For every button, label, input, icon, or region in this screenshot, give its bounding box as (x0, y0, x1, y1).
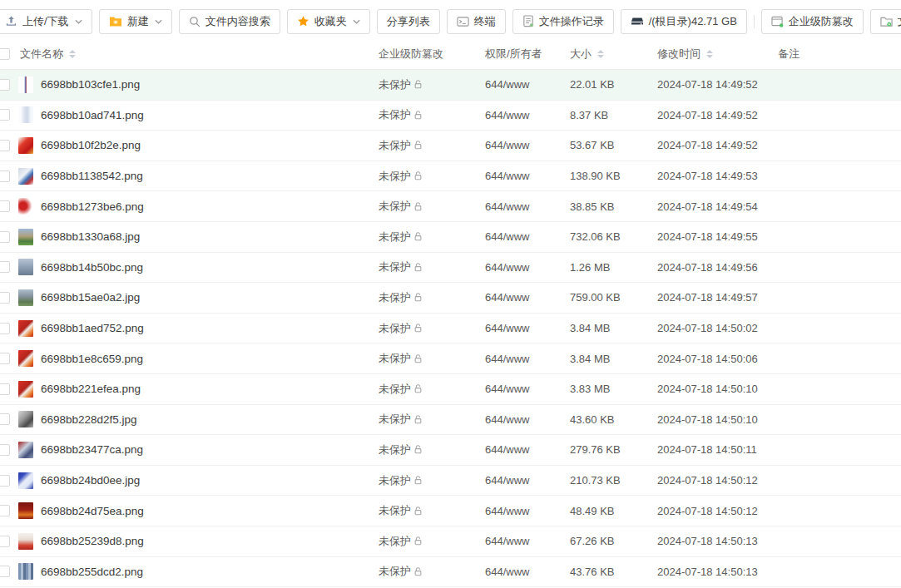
file-thumbnail (18, 411, 33, 427)
table-row[interactable]: 6698bb1e8c659.png 未保护 644/www 3.84 MB 20… (0, 343, 901, 374)
file-name[interactable]: 6698bb10f2b2e.png (41, 139, 141, 151)
table-row[interactable]: 6698bb1273be6.png 未保护 644/www 38.85 KB 2… (0, 191, 901, 222)
sort-size-icon[interactable] (597, 50, 604, 58)
row-checkbox[interactable] (0, 170, 10, 182)
table-row[interactable]: 6698bb221efea.png 未保护 644/www 3.83 MB 20… (0, 374, 901, 405)
file-name[interactable]: 6698bb1138542.png (41, 170, 143, 182)
file-name[interactable]: 6698bb255dcd2.png (41, 566, 143, 578)
table-row[interactable]: 6698bb255dcd2.png 未保护 644/www 43.76 KB 2… (0, 557, 901, 588)
sort-time-icon[interactable] (706, 50, 713, 58)
unlock-icon (413, 353, 423, 364)
file-name[interactable]: 6698bb1e8c659.png (41, 353, 143, 365)
tamper-status: 未保护 (379, 564, 411, 579)
row-checkbox[interactable] (0, 383, 10, 395)
tamper-proof-button[interactable]: 企业级防篡改 (761, 9, 864, 34)
permission-owner: 644/www (485, 230, 529, 243)
row-checkbox[interactable] (0, 566, 10, 577)
modified-time: 2024-07-18 14:50:13 (657, 535, 758, 547)
file-log-button[interactable]: 文件操作记录 (512, 9, 614, 34)
upload-icon (5, 15, 17, 27)
modified-time: 2024-07-18 14:49:52 (657, 139, 758, 151)
row-checkbox[interactable] (0, 536, 10, 547)
table-row[interactable]: 6698bb10ad741.png 未保护 644/www 8.37 KB 20… (0, 101, 901, 131)
header-note: 备注 (778, 47, 800, 60)
file-thumbnail (18, 106, 33, 123)
unlock-icon (413, 292, 423, 303)
permission-owner: 644/www (485, 474, 529, 487)
row-checkbox[interactable] (0, 505, 10, 516)
disk-root-button[interactable]: /(根目录)42.71 GB (621, 9, 747, 34)
file-name[interactable]: 6698bb103cfe1.png (41, 78, 140, 91)
file-size: 22.01 KB (570, 78, 615, 91)
modified-time: 2024-07-18 14:50:11 (657, 443, 757, 456)
file-sync-button[interactable]: 文件同步 (870, 9, 901, 34)
file-name[interactable]: 6698bb15ae0a2.jpg (41, 291, 140, 304)
header-size: 大小 (570, 47, 592, 62)
row-checkbox[interactable] (0, 413, 10, 425)
row-checkbox[interactable] (0, 109, 10, 121)
file-thumbnail (18, 137, 33, 154)
file-name[interactable]: 6698bb24d75ea.png (41, 505, 144, 517)
file-thumbnail (18, 229, 33, 245)
file-thumbnail (18, 320, 33, 337)
unlock-icon (413, 444, 423, 455)
file-name[interactable]: 6698bb10ad741.png (41, 109, 144, 121)
row-checkbox[interactable] (0, 323, 10, 334)
header-permission-owner: 权限/所有者 (485, 47, 542, 60)
toolbar-divider (754, 15, 755, 28)
table-row[interactable]: 6698bb23477ca.png 未保护 644/www 279.76 KB … (0, 435, 901, 466)
row-checkbox[interactable] (0, 444, 10, 456)
select-all-checkbox[interactable] (0, 48, 10, 60)
table-row[interactable]: 6698bb1330a68.jpg 未保护 644/www 732.06 KB … (0, 222, 901, 253)
file-name[interactable]: 6698bb24bd0ee.jpg (41, 474, 140, 487)
row-checkbox[interactable] (0, 261, 10, 273)
file-size: 279.76 KB (570, 443, 621, 456)
tamper-status: 未保护 (379, 503, 411, 518)
file-log-label: 文件操作记录 (539, 14, 604, 29)
table-row[interactable]: 6698bb10f2b2e.png 未保护 644/www 53.67 KB 2… (0, 131, 901, 161)
table-row[interactable]: 6698bb24d75ea.png 未保护 644/www 48.49 KB 2… (0, 496, 901, 526)
file-size: 732.06 KB (570, 230, 621, 243)
file-name[interactable]: 6698bb221efea.png (41, 383, 141, 395)
file-name[interactable]: 6698bb228d2f5.jpg (41, 413, 137, 426)
table-row[interactable]: 6698bb1aed752.png 未保护 644/www 3.84 MB 20… (0, 314, 901, 344)
file-name[interactable]: 6698bb25239d8.png (41, 535, 144, 547)
row-checkbox[interactable] (0, 353, 10, 364)
file-name[interactable]: 6698bb14b50bc.png (41, 261, 143, 274)
file-name[interactable]: 6698bb1aed752.png (41, 322, 144, 334)
tamper-status: 未保护 (379, 199, 411, 214)
file-thumbnail (18, 381, 33, 398)
unlock-icon (413, 110, 423, 121)
new-button[interactable]: 新建 (99, 9, 172, 34)
table-row[interactable]: 6698bb228d2f5.jpg 未保护 644/www 43.60 KB 2… (0, 405, 901, 436)
tamper-status: 未保护 (379, 473, 411, 488)
permission-owner: 644/www (485, 413, 529, 426)
file-name[interactable]: 6698bb1330a68.jpg (41, 230, 140, 243)
file-name[interactable]: 6698bb23477ca.png (41, 443, 143, 456)
sort-name-icon[interactable] (69, 50, 76, 58)
row-checkbox[interactable] (0, 200, 10, 212)
table-row[interactable]: 6698bb14b50bc.png 未保护 644/www 1.26 MB 20… (0, 253, 901, 284)
upload-download-button[interactable]: 上传/下载 (0, 9, 92, 34)
file-size: 43.76 KB (570, 566, 615, 578)
terminal-button[interactable]: 终端 (447, 9, 506, 34)
share-list-button[interactable]: 分享列表 (377, 9, 440, 34)
row-checkbox[interactable] (0, 231, 10, 243)
row-checkbox[interactable] (0, 292, 10, 304)
file-name[interactable]: 6698bb1273be6.png (41, 200, 144, 213)
unlock-icon (413, 414, 423, 425)
table-row[interactable]: 6698bb24bd0ee.jpg 未保护 644/www 210.73 KB … (0, 466, 901, 497)
row-checkbox[interactable] (0, 475, 10, 487)
tamper-status: 未保护 (379, 351, 411, 366)
permission-owner: 644/www (485, 383, 529, 395)
table-row[interactable]: 6698bb1138542.png 未保护 644/www 138.90 KB … (0, 161, 901, 192)
favorites-button[interactable]: 收藏夹 (287, 9, 370, 34)
search-icon (189, 16, 200, 27)
table-row[interactable]: 6698bb103cfe1.png 未保护 644/www 22.01 KB 2… (0, 70, 901, 101)
row-checkbox[interactable] (0, 140, 10, 151)
table-row[interactable]: 6698bb15ae0a2.jpg 未保护 644/www 759.00 KB … (0, 283, 901, 314)
row-checkbox[interactable] (0, 79, 10, 91)
file-size: 210.73 KB (570, 474, 621, 487)
table-row[interactable]: 6698bb25239d8.png 未保护 644/www 67.26 KB 2… (0, 526, 901, 557)
content-search-button[interactable]: 文件内容搜索 (179, 9, 280, 34)
